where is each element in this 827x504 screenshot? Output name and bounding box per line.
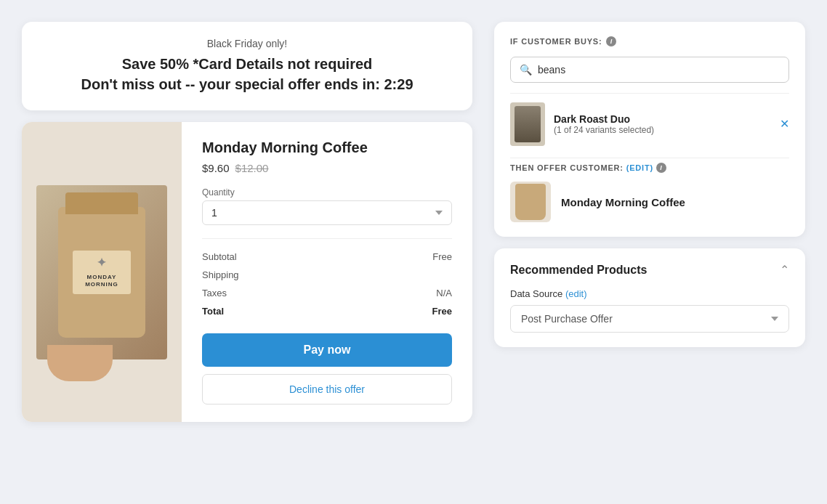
result-product-thumbnail	[510, 102, 545, 146]
quantity-label: Quantity	[202, 187, 452, 198]
result-thumb-inner	[515, 106, 541, 142]
condition-info-icon: i	[606, 36, 616, 46]
condition-header: IF CUSTOMER BUYS: i	[510, 36, 789, 46]
offer-product-item: Monday Morning Coffee	[510, 182, 789, 222]
condition-header-label: IF CUSTOMER BUYS:	[510, 37, 602, 46]
taxes-label: Taxes	[202, 288, 227, 298]
banner-card: Black Friday only! Save 50% *Card Detail…	[22, 22, 472, 110]
left-column: Black Friday only! Save 50% *Card Detail…	[22, 22, 472, 482]
offer-info-icon: i	[656, 163, 666, 173]
condition-card: IF CUSTOMER BUYS: i 🔍 Dark Roast Duo (1 …	[494, 22, 805, 237]
decline-offer-button[interactable]: Decline this offer	[202, 374, 452, 405]
offer-section: THEN OFFER CUSTOMER: (EDIT) i Monday Mor…	[510, 163, 789, 222]
offer-thumb-inner	[515, 184, 546, 220]
offer-header: THEN OFFER CUSTOMER: (EDIT) i	[510, 163, 789, 173]
pay-now-button[interactable]: Pay now	[202, 333, 452, 367]
shipping-label: Shipping	[202, 269, 239, 280]
offer-product-name: Monday Morning Coffee	[561, 196, 685, 208]
right-column: IF CUSTOMER BUYS: i 🔍 Dark Roast Duo (1 …	[494, 22, 805, 482]
recommended-card: Recommended Products ⌃ Data Source (edit…	[494, 248, 805, 347]
quantity-select[interactable]: 1 2 3	[202, 200, 452, 225]
data-source-edit-link[interactable]: (edit)	[565, 288, 587, 299]
product-card: ✦ MONDAYMORNING Monday Morning Coffee $9…	[22, 122, 472, 422]
price-original: $12.00	[235, 162, 269, 174]
search-box[interactable]: 🔍	[510, 57, 789, 83]
product-image-area: ✦ MONDAYMORNING	[22, 122, 182, 422]
product-image-placeholder: ✦ MONDAYMORNING	[36, 185, 167, 359]
price-breakdown: Subtotal Free Shipping Taxes N/A Total F…	[202, 238, 452, 320]
total-row: Total Free	[202, 302, 452, 320]
bag-top	[65, 192, 138, 214]
chevron-up-icon[interactable]: ⌃	[780, 263, 789, 277]
product-details: Monday Morning Coffee $9.60 $12.00 Quant…	[182, 122, 472, 422]
recommended-header: Recommended Products ⌃	[510, 263, 789, 277]
result-product-name: Dark Roast Duo	[554, 113, 771, 125]
subtotal-row: Subtotal Free	[202, 248, 452, 266]
total-label: Total	[202, 306, 224, 317]
price-sale: $9.60	[202, 162, 230, 174]
subtotal-value: Free	[432, 251, 452, 262]
recommended-title: Recommended Products	[510, 264, 647, 277]
divider	[510, 158, 789, 158]
taxes-value: N/A	[436, 288, 452, 298]
result-product-info: Dark Roast Duo (1 of 24 variants selecte…	[554, 113, 771, 135]
total-value: Free	[432, 306, 452, 317]
product-price: $9.60 $12.00	[202, 162, 452, 174]
bag-label: ✦ MONDAYMORNING	[73, 251, 131, 294]
search-input[interactable]	[538, 64, 780, 76]
offer-product-thumbnail	[510, 182, 551, 222]
bag-star-icon: ✦	[97, 256, 107, 271]
subtotal-label: Subtotal	[202, 251, 237, 262]
taxes-row: Taxes N/A	[202, 284, 452, 302]
quantity-section: Quantity 1 2 3	[202, 187, 452, 225]
banner-save-text: Save 50% *Card Details not required Don'…	[45, 54, 449, 94]
data-source-row: Data Source (edit)	[510, 288, 789, 299]
offer-header-label: THEN OFFER CUSTOMER:	[510, 163, 624, 172]
offer-edit-link[interactable]: (EDIT)	[626, 163, 653, 172]
bag-body: ✦ MONDAYMORNING	[58, 207, 145, 338]
remove-result-button[interactable]: ✕	[780, 118, 789, 130]
result-product-variants: (1 of 24 variants selected)	[554, 125, 771, 135]
search-result-item: Dark Roast Duo (1 of 24 variants selecte…	[510, 93, 789, 155]
search-icon: 🔍	[520, 64, 532, 76]
data-source-select[interactable]: Post Purchase Offer Manual Selection Fre…	[510, 305, 789, 333]
banner-event-label: Black Friday only!	[45, 38, 449, 49]
shipping-row: Shipping	[202, 266, 452, 284]
hand-base	[47, 345, 113, 381]
product-name: Monday Morning Coffee	[202, 139, 452, 156]
